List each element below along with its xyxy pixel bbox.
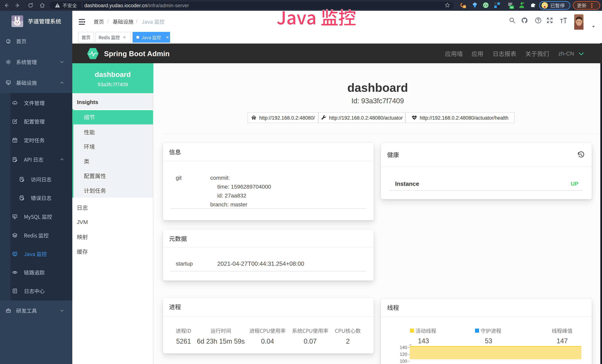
svg-text:1: 1 bbox=[464, 5, 465, 8]
svg-text:on: on bbox=[510, 6, 513, 9]
